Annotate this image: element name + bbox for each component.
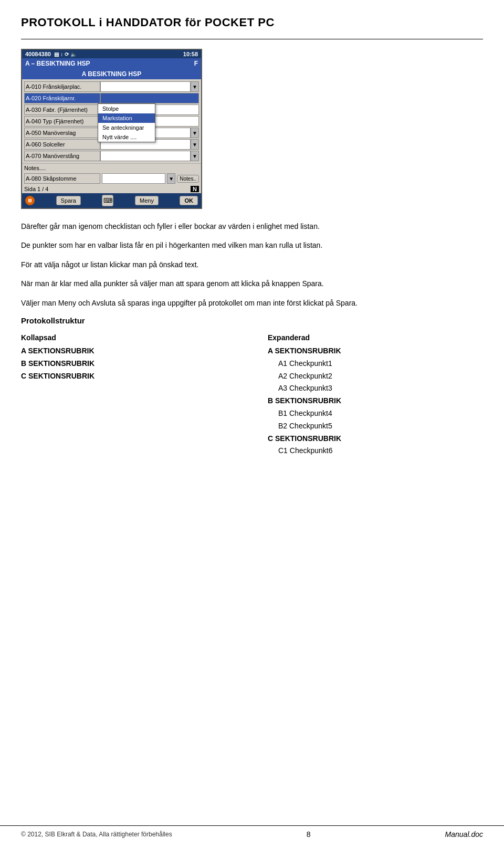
form-input-6[interactable] (100, 151, 191, 161)
keyboard-icon: ⌨ (103, 197, 112, 204)
device-id: 40084380 (25, 51, 51, 57)
form-label-5: A-060 Solceller (24, 139, 100, 150)
page-title: PROTOKOLL i HANDDATOR för POCKET PC (21, 16, 483, 29)
status-icons: ▤ ↕ ⟳ 🔈 (54, 51, 77, 57)
expanded-item-3: A3 Checkpunkt3 (268, 382, 483, 395)
battery-icon: ▤ (54, 51, 59, 57)
structure-section: Protokollstruktur Kollapsad A SEKTIONSRU… (21, 316, 483, 457)
signal-icon: ↕ (60, 51, 63, 57)
footer-doc-name: Manual.doc (445, 830, 483, 838)
expanded-item-0: A SEKTIONSRUBRIK (268, 345, 483, 358)
form-input-0[interactable] (100, 81, 191, 92)
taskbar: ⊞ Spara ⌨ Meny OK (22, 193, 201, 208)
status-bar: 40084380 ▤ ↕ ⟳ 🔈 10:58 (22, 50, 201, 58)
footer: © 2012, SIB Elkraft & Data, Alla rättigh… (0, 825, 504, 838)
structure-title: Protokollstruktur (21, 316, 483, 325)
body-para-3: För att välja något ur listan klickar ma… (21, 259, 483, 270)
dropdown-item-anteckningar[interactable]: Se anteckningar (98, 123, 155, 132)
form-arrow-4[interactable]: ▼ (191, 128, 199, 138)
expanded-item-2: A2 Checkpunkt2 (268, 370, 483, 383)
form-row-0: A-010 Frånskiljarplac. ▼ (24, 81, 199, 92)
dropdown-item-markstation[interactable]: Markstation (98, 113, 155, 123)
keyboard-button[interactable]: ⌨ (102, 195, 113, 206)
form-arrow-6[interactable]: ▼ (191, 151, 199, 161)
bottom-form-row: A-080 Skåpstomme ▼ Notes.. (22, 172, 201, 185)
expanded-item-6: B2 Checkpunkt5 (268, 420, 483, 433)
expanded-item-8: C1 Checkpunkt6 (268, 445, 483, 457)
device-title-bar: A – BESIKTNING HSP F (22, 58, 201, 69)
form-arrow-0[interactable]: ▼ (191, 81, 199, 92)
form-label-bottom: A-080 Skåpstomme (24, 173, 100, 184)
device-section-heading: A BESIKTNING HSP (22, 69, 201, 79)
page-indicator: Sida 1 / 4 (24, 186, 188, 192)
device-screenshot: 40084380 ▤ ↕ ⟳ 🔈 10:58 A – BESIKTNING HS… (21, 49, 202, 209)
notes-row[interactable]: Notes.... (22, 163, 201, 172)
page-indicator-row: Sida 1 / 4 N (22, 185, 201, 193)
dropdown-item-stolpe[interactable]: Stolpe (98, 104, 155, 113)
form-row-6: A-070 Manöverstång ▼ (24, 151, 199, 161)
collapsed-item-0: A SEKTIONSRUBRIK (21, 345, 236, 358)
form-label-4: A-050 Manöverslag (24, 128, 100, 138)
form-arrow-5[interactable]: ▼ (191, 139, 199, 150)
body-para-4: När man är klar med alla punkter så välj… (21, 278, 483, 289)
collapsed-column: Kollapsad A SEKTIONSRUBRIK B SEKTIONSRUB… (21, 333, 236, 457)
sync-icon: ⟳ (65, 51, 69, 57)
notes-label: Notes.... (24, 165, 46, 171)
form-input-bottom[interactable] (102, 173, 165, 184)
notes-button[interactable]: Notes.. (177, 175, 199, 183)
collapsed-item-1: B SEKTIONSRUBRIK (21, 358, 236, 370)
device-title-label: A – BESIKTNING HSP (25, 60, 90, 67)
body-para-1: Därefter går man igenom checklistan och … (21, 221, 483, 232)
body-para-2: De punkter som har en valbar lista får e… (21, 239, 483, 251)
form-arrow-bottom[interactable]: ▼ (167, 173, 175, 184)
dropdown-popup[interactable]: Stolpe Markstation Se anteckningar Nytt … (98, 103, 155, 142)
form-label-3: A-040 Typ (Fjärrenhet) (24, 116, 100, 127)
form-label-6: A-070 Manöverstång (24, 151, 100, 161)
volume-icon: 🔈 (70, 51, 77, 57)
form-input-1[interactable] (100, 93, 199, 103)
expanded-item-1: A1 Checkpunkt1 (268, 358, 483, 370)
status-time: 10:58 (183, 51, 198, 57)
title-divider (21, 39, 483, 39)
expanded-item-7: C SEKTIONSRUBRIK (268, 433, 483, 445)
spara-button[interactable]: Spara (56, 196, 81, 205)
form-area: A-010 Frånskiljarplac. ▼ A-020 Frånskilj… (22, 80, 201, 163)
status-bar-left: 40084380 ▤ ↕ ⟳ 🔈 (25, 51, 77, 57)
device-section: 40084380 ▤ ↕ ⟳ 🔈 10:58 A – BESIKTNING HS… (21, 49, 483, 209)
footer-page-number: 8 (307, 830, 311, 838)
expanded-item-4: B SEKTIONSRUBRIK (268, 395, 483, 407)
footer-copyright: © 2012, SIB Elkraft & Data, Alla rättigh… (21, 831, 172, 838)
form-label-2: A-030 Fabr. (Fjärrenhet) (24, 104, 100, 115)
form-label-0: A-010 Frånskiljarplac. (24, 81, 100, 92)
dropdown-item-nytt[interactable]: Nytt värde .... (98, 132, 155, 142)
device-title-suffix: F (194, 60, 198, 67)
collapsed-item-2: C SEKTIONSRUBRIK (21, 370, 236, 383)
structure-columns: Kollapsad A SEKTIONSRUBRIK B SEKTIONSRUB… (21, 333, 483, 457)
n-badge: N (191, 186, 199, 192)
expanded-heading: Expanderad (268, 333, 483, 342)
form-row-1: A-020 Frånskiljarnr. Stolpe Markstation … (24, 93, 199, 103)
form-label-1: A-020 Frånskiljarnr. (24, 93, 100, 103)
expanded-item-5: B1 Checkpunkt4 (268, 407, 483, 420)
body-para-5: Väljer man Meny och Avsluta så sparas in… (21, 297, 483, 309)
expanded-column: Expanderad A SEKTIONSRUBRIK A1 Checkpunk… (268, 333, 483, 457)
ok-button[interactable]: OK (180, 196, 198, 205)
windows-logo[interactable]: ⊞ (25, 196, 35, 205)
collapsed-heading: Kollapsad (21, 333, 236, 342)
meny-button[interactable]: Meny (135, 196, 159, 205)
